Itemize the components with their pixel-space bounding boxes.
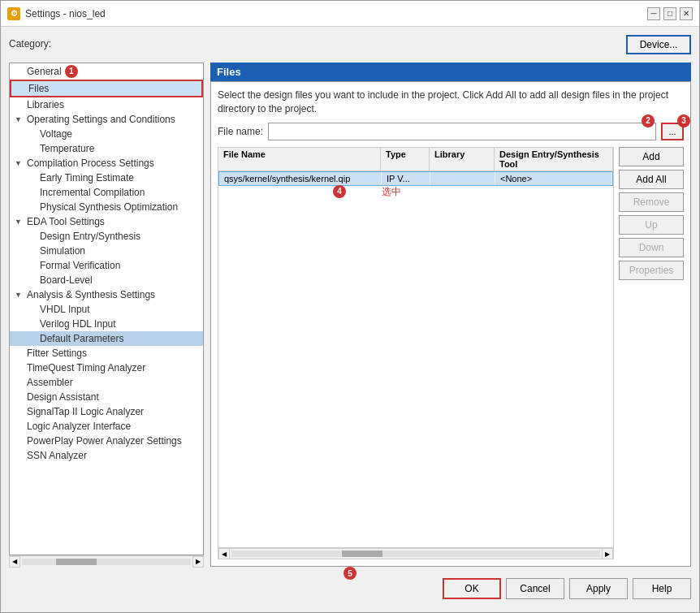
properties-button[interactable]: Properties	[619, 261, 684, 280]
sidebar-item-analysis-synthesis[interactable]: ▼Analysis & Synthesis Settings	[10, 287, 203, 302]
sidebar-item-temperature[interactable]: Temperature	[10, 141, 203, 156]
sidebar-item-label-eda-tool: EDA Tool Settings	[27, 216, 105, 227]
sidebar-item-operating-settings[interactable]: ▼Operating Settings and Conditions	[10, 112, 203, 127]
file-name-row: File name: ... 2 3	[218, 123, 684, 140]
annotation-badge-5: 5	[344, 567, 356, 580]
sidebar-item-logic-analyzer[interactable]: Logic Analyzer Interface	[10, 419, 203, 434]
left-panel: General1FilesLibraries▼Operating Setting…	[9, 63, 204, 555]
add-button[interactable]: Add	[619, 147, 684, 166]
table-row[interactable]: qsys/kernel/synthesis/kernel.qip IP V...…	[218, 171, 613, 186]
sidebar-item-label-voltage: Voltage	[40, 128, 72, 140]
right-buttons: Add Add All Remove Up Down Properties	[619, 147, 684, 559]
file-name-label: File name:	[218, 126, 263, 137]
down-button[interactable]: Down	[619, 238, 684, 257]
sidebar-item-assembler[interactable]: Assembler	[10, 375, 203, 390]
help-button[interactable]: Help	[633, 578, 691, 599]
sidebar-item-design-entry[interactable]: Design Entry/Synthesis	[10, 229, 203, 244]
sidebar-item-signaltap[interactable]: SignalTap II Logic Analyzer	[10, 404, 203, 419]
sidebar-item-simulation[interactable]: Simulation	[10, 244, 203, 258]
window-title: Settings - nios_led	[25, 8, 647, 19]
ok-button[interactable]: OK	[443, 578, 501, 599]
sidebar-item-label-powerplay: PowerPlay Power Analyzer Settings	[27, 435, 182, 447]
device-button[interactable]: Device...	[626, 35, 691, 54]
sidebar-item-formal-verification[interactable]: Formal Verification	[10, 258, 203, 273]
sidebar-item-timequest[interactable]: TimeQuest Timing Analyzer	[10, 360, 203, 375]
sidebar-item-ssn-analyzer[interactable]: SSN Analyzer	[10, 448, 203, 463]
category-label: Category:	[9, 38, 51, 50]
scroll-right-arrow[interactable]: ▶	[192, 556, 204, 568]
col-header-filename: File Name	[218, 148, 381, 171]
left-panel-scrollbar[interactable]: ◀ ▶	[9, 555, 204, 567]
sidebar-item-general[interactable]: General1	[10, 63, 203, 80]
sidebar-item-default-parameters[interactable]: Default Parameters	[10, 331, 203, 346]
sidebar-item-label-compilation-process: Compilation Process Settings	[27, 158, 154, 169]
sidebar-item-label-simulation: Simulation	[40, 245, 85, 257]
window-body: Category: Device... General1FilesLibrari…	[1, 27, 699, 612]
sidebar-item-compilation-process[interactable]: ▼Compilation Process Settings	[10, 156, 203, 171]
h-scrollbar[interactable]: ◀ ▶	[218, 548, 614, 559]
sidebar-item-physical-synthesis[interactable]: Physical Synthesis Optimization	[10, 200, 203, 214]
description: Select the design files you want to incl…	[218, 88, 684, 116]
cell-design: <None>	[495, 172, 612, 185]
sidebar-item-incremental-compilation[interactable]: Incremental Compilation	[10, 185, 203, 200]
sidebar-item-design-assistant[interactable]: Design Assistant	[10, 390, 203, 404]
maximize-button[interactable]: □	[663, 7, 676, 20]
sidebar-item-label-files: Files	[28, 83, 49, 94]
sidebar-item-label-incremental-compilation: Incremental Compilation	[40, 187, 145, 198]
files-table: File Name Type Library Design Entry/Synt…	[218, 147, 614, 548]
table-body: qsys/kernel/synthesis/kernel.qip IP V...…	[218, 171, 613, 547]
sidebar-item-label-design-assistant: Design Assistant	[27, 391, 99, 403]
apply-button[interactable]: Apply	[569, 578, 628, 599]
sidebar-item-board-level[interactable]: Board-Level	[10, 273, 203, 287]
expand-icon-eda-tool: ▼	[15, 218, 24, 226]
annotation-badge-4: 4	[333, 185, 346, 198]
sidebar-item-label-design-entry: Design Entry/Synthesis	[40, 231, 140, 242]
right-panel: Files Select the design files you want t…	[210, 63, 691, 567]
sidebar-item-label-fitter-settings: Fitter Settings	[27, 348, 87, 359]
sidebar-item-label-physical-synthesis: Physical Synthesis Optimization	[40, 201, 178, 213]
sidebar-item-fitter-settings[interactable]: Fitter Settings	[10, 346, 203, 360]
close-button[interactable]: ✕	[680, 7, 693, 20]
cancel-button[interactable]: Cancel	[506, 578, 564, 599]
scroll-left-h[interactable]: ◀	[218, 548, 230, 559]
sidebar-item-voltage[interactable]: Voltage	[10, 127, 203, 141]
sidebar-item-label-analysis-synthesis: Analysis & Synthesis Settings	[27, 289, 155, 300]
scroll-right-h[interactable]: ▶	[602, 548, 613, 559]
table-area: File Name Type Library Design Entry/Synt…	[218, 147, 614, 559]
sidebar-item-label-signaltap: SignalTap II Logic Analyzer	[27, 406, 144, 417]
sidebar-item-powerplay[interactable]: PowerPlay Power Analyzer Settings	[10, 434, 203, 448]
main-window: ⚙ Settings - nios_led ─ □ ✕ Category: De…	[0, 0, 700, 613]
up-button[interactable]: Up	[619, 215, 684, 235]
sidebar-item-label-operating-settings: Operating Settings and Conditions	[27, 114, 175, 125]
panel-with-buttons: File Name Type Library Design Entry/Synt…	[218, 147, 684, 559]
cell-filename: qsys/kernel/synthesis/kernel.qip	[219, 172, 382, 185]
annotation-badge-3: 3	[677, 114, 690, 127]
sidebar-item-vhdl-input[interactable]: VHDL Input	[10, 302, 203, 317]
remove-button[interactable]: Remove	[619, 192, 684, 212]
cell-library	[430, 172, 495, 185]
sidebar-item-libraries[interactable]: Libraries	[10, 97, 203, 112]
expand-icon-operating-settings: ▼	[15, 115, 24, 123]
cell-type: IP V...	[382, 172, 430, 185]
add-all-button[interactable]: Add All	[619, 170, 684, 189]
table-header: File Name Type Library Design Entry/Synt…	[218, 148, 613, 171]
sidebar-item-files[interactable]: Files	[10, 80, 203, 97]
sidebar-item-eda-tool[interactable]: ▼EDA Tool Settings	[10, 214, 203, 229]
main-area: General1FilesLibraries▼Operating Setting…	[9, 63, 691, 567]
sidebar-item-verilog-input[interactable]: Verilog HDL Input	[10, 317, 203, 331]
col-header-design: Design Entry/Synthesis Tool	[495, 148, 613, 171]
sidebar-item-early-timing[interactable]: Early Timing Estimate	[10, 171, 203, 185]
sidebar-item-label-vhdl-input: VHDL Input	[40, 304, 90, 315]
app-icon: ⚙	[7, 7, 20, 20]
sidebar-item-label-temperature: Temperature	[40, 143, 94, 154]
sidebar-item-label-board-level: Board-Level	[40, 274, 93, 286]
file-name-input[interactable]	[268, 123, 656, 140]
scroll-left-arrow[interactable]: ◀	[9, 556, 20, 568]
selected-annotation: 选中	[382, 185, 401, 199]
sidebar-item-label-libraries: Libraries	[27, 99, 64, 110]
sidebar-item-label-ssn-analyzer: SSN Analyzer	[27, 450, 87, 461]
col-header-library: Library	[430, 148, 495, 171]
minimize-button[interactable]: ─	[647, 7, 660, 20]
sidebar-item-label-early-timing: Early Timing Estimate	[40, 172, 134, 183]
sidebar-item-label-logic-analyzer: Logic Analyzer Interface	[27, 421, 131, 432]
